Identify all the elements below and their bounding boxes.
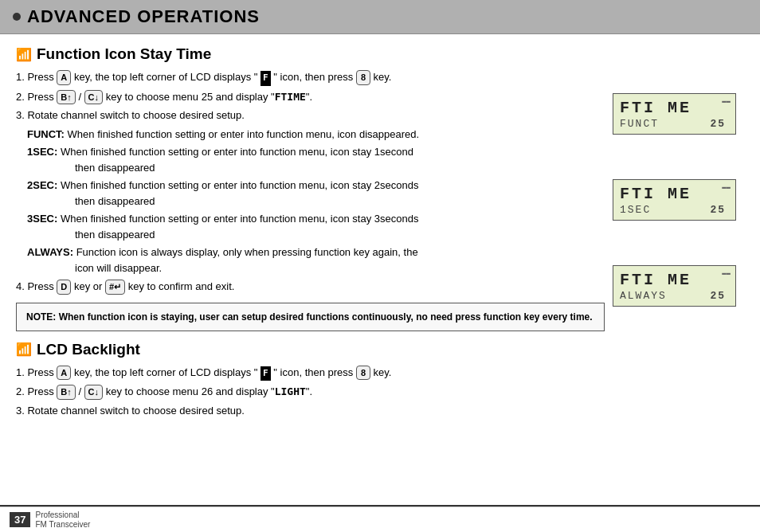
header-bar: ADVANCED OPERATIONS [0,0,760,34]
option-funct: FUNCT: When finished function setting or… [27,127,605,143]
lcd-display-2: ▬▬ FTI ME 1SEC 25 [613,179,736,221]
right-column: ▬▬ FTI ME FUNCT 25 ▬▬ FTI ME 1SEC 25 ▬▬ … [613,45,744,421]
section1-title: 📶 Function Icon Stay Time [16,45,605,63]
section2-title: 📶 LCD Backlight [16,341,605,358]
footer-text: Professional FM Transceiver [35,510,90,530]
f-icon-2: F [261,366,271,381]
step-2: 2. Press B↑ / C↓ key to choose menu 25 a… [16,89,605,105]
key-hash: #↵ [105,280,125,295]
lcd-antenna-1: ▬▬ [722,97,731,105]
section1-heading: Function Icon Stay Time [37,45,211,63]
key-d: D [57,280,71,295]
lcd-bottom-1: FUNCT 25 [620,118,729,130]
lcd-antenna-3: ▬▬ [722,269,731,277]
key-c-2: C↓ [84,385,103,400]
step-3: 3. Rotate channel switch to choose desir… [16,108,605,123]
key-8-2: 8 [356,366,370,381]
lcd-bottom-3: ALWAYS 25 [620,290,729,302]
key-a: A [57,70,71,85]
step2-2: 2. Press B↑ / C↓ key to choose menu 26 a… [16,384,605,400]
lcd-bottom-2: 1SEC 25 [620,204,729,216]
option-always: ALWAYS: Function icon is always display,… [27,244,605,276]
header-dot [13,13,21,21]
option-3sec: 3SEC: When finished function setting or … [27,211,605,242]
lcd-antenna-2: ▬▬ [722,183,731,191]
lcd-display-3: ▬▬ FTI ME ALWAYS 25 [613,265,736,307]
lcd-top-2: FTI ME [620,185,729,204]
lcd-top-3: FTI ME [620,271,729,290]
step-4: 4. Press D key or #↵ key to confirm and … [16,279,605,295]
footer: 37 Professional FM Transceiver [0,507,760,532]
header-title: ADVANCED OPERATIONS [27,6,260,27]
page-number: 37 [10,512,30,527]
step-1: 1. Press A key, the top left corner of L… [16,69,605,86]
key-a-2: A [57,366,71,381]
note-box: NOTE: When function icon is staying, use… [16,303,605,331]
signal-icon-2: 📶 [16,342,32,357]
key-8: 8 [356,70,370,85]
key-c: C↓ [84,90,103,105]
step2-3: 3. Rotate channel switch to choose desir… [16,403,605,419]
option-1sec: 1SEC: When finished function setting or … [27,144,605,175]
key-b: B↑ [57,90,75,105]
f-icon: F [261,71,271,86]
left-column: 📶 Function Icon Stay Time 1. Press A key… [16,45,605,421]
lcd-display-1: ▬▬ FTI ME FUNCT 25 [613,93,736,135]
option-2sec: 2SEC: When finished function setting or … [27,178,605,209]
step2-1: 1. Press A key, the top left corner of L… [16,365,605,381]
section2-heading: LCD Backlight [37,341,140,358]
key-b-2: B↑ [57,385,75,400]
lcd-top-1: FTI ME [620,99,729,118]
signal-icon: 📶 [16,47,32,62]
